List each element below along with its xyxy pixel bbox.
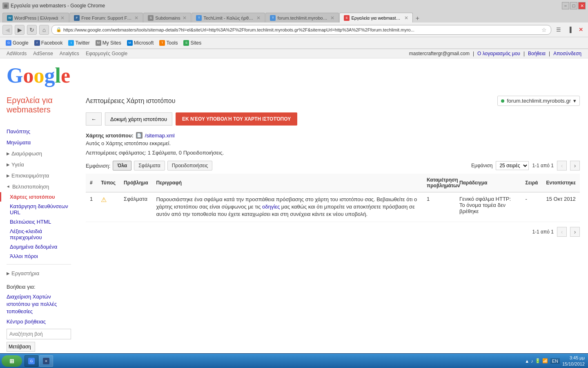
bookmark-google[interactable]: G Google bbox=[3, 39, 31, 47]
back-button[interactable]: ◀ bbox=[2, 25, 12, 35]
tab-label-forum2: forum.techlimit.myrobots... bbox=[277, 16, 328, 20]
menu-button[interactable]: ☰ bbox=[554, 25, 564, 35]
sidebar-section-episkepsimotita[interactable]: ▶ Επισκεψιμότητα bbox=[0, 170, 78, 181]
sidebar-sub-katagrisi[interactable]: Κατάργηση διευθύνσεων URL bbox=[0, 202, 78, 217]
logo-o1: o bbox=[23, 63, 33, 88]
tab-close-forum2[interactable]: ✕ bbox=[330, 15, 334, 21]
maximize-button[interactable]: □ bbox=[570, 2, 577, 9]
filter-errors-button[interactable]: Σφάλματα bbox=[134, 161, 165, 171]
arrow-icon-ygeia: ▶ bbox=[7, 162, 10, 167]
my-account-link[interactable]: Ο λογαριασμός μου bbox=[477, 51, 520, 56]
sidebar-item-minimata[interactable]: Μηνύματα bbox=[0, 137, 78, 148]
pagination-bottom: 1-1 από 1 ‹ › bbox=[86, 227, 580, 237]
taskbar-item-hex[interactable]: ≡ bbox=[39, 355, 53, 367]
filter-right: Εμφάνιση 25 σειρές 10 σειρές 50 σειρές 1… bbox=[471, 161, 580, 171]
topbar-adwords[interactable]: AdWords bbox=[7, 51, 27, 56]
help-link-2[interactable]: Κέντρο βοήθειας bbox=[7, 318, 71, 325]
sidebar-sub-xartes[interactable]: Χάρτες ιστοτόπου bbox=[0, 192, 78, 202]
filter-warnings-button[interactable]: Προειδοποιήσεις bbox=[167, 161, 213, 171]
cell-num: 1 bbox=[86, 192, 97, 222]
site-selector-label: forum.techlimit.myrobots.gr bbox=[507, 98, 571, 104]
sidebar-sub-veltiosis[interactable]: Βελτιώσεις HTML bbox=[0, 217, 78, 227]
clock: 3:45 μμ 15/10/2012 bbox=[562, 355, 585, 367]
guidelines-link[interactable]: οδηγίες bbox=[262, 204, 280, 210]
tab-close-wordpress[interactable]: ✕ bbox=[60, 15, 65, 21]
taskbar-items: G ≡ bbox=[23, 355, 524, 367]
sidebar-sub-dommena[interactable]: Δομημένα δεδομένα bbox=[0, 242, 78, 251]
sidebar-sub-lexeis[interactable]: Λέξεις-κλειδιά περιεχομένου bbox=[0, 227, 78, 242]
sidebar-sub-alloi[interactable]: Άλλοι πόροι bbox=[0, 251, 78, 261]
action-buttons: ← Δοκιμή χάρτη ιστοτόπου ΕΚ ΝΈΟΥ ΥΠΟΒΟΛΉ… bbox=[86, 112, 580, 126]
sidebar-label-ergastiria: Εργαστήρια bbox=[11, 270, 39, 276]
tab-webmasters[interactable]: E Εργαλεία για webmasters ✕ bbox=[339, 13, 413, 22]
tab-techlimit[interactable]: T TechLimit - Καλώς ήρθατε ✕ bbox=[192, 13, 265, 22]
sidebar-item-panoptis[interactable]: Πανόπτης bbox=[0, 126, 78, 137]
home-button[interactable]: ⌂ bbox=[39, 25, 49, 35]
tab-close-forum[interactable]: ✕ bbox=[134, 15, 138, 21]
ssl-icon: 🔒 bbox=[56, 27, 62, 32]
new-tab-button[interactable]: + bbox=[413, 14, 421, 22]
back-button[interactable]: ← bbox=[86, 112, 102, 126]
sidebar-label-episkepsimotita: Επισκεψιμότητα bbox=[11, 173, 49, 179]
tab-forum2[interactable]: T forum.techlimit.myrobots... ✕ bbox=[265, 13, 339, 22]
forward-button[interactable]: ▶ bbox=[15, 25, 24, 35]
tab-favicon-tech: T bbox=[196, 15, 202, 21]
sitemap-url-row: Χάρτης ιστοτόπου: 📄 /sitemap.xml bbox=[86, 132, 580, 139]
pagination-info-bottom: 1-1 από 1 bbox=[532, 229, 554, 235]
windows-icon: ⊞ bbox=[9, 358, 14, 364]
taskbar-item-chrome[interactable]: G bbox=[24, 355, 38, 367]
signout-link[interactable]: Αποσύνδεση bbox=[553, 51, 581, 56]
bookmark-favicon-tools: T bbox=[159, 40, 165, 46]
topbar-adsense[interactable]: AdSense bbox=[33, 51, 53, 56]
per-page-select[interactable]: 25 σειρές 10 σειρές 50 σειρές bbox=[496, 161, 529, 170]
tab-close-techlimit[interactable]: ✕ bbox=[256, 15, 261, 21]
prev-page-button-bottom[interactable]: ‹ bbox=[557, 227, 567, 237]
bookmark-facebook[interactable]: f Facebook bbox=[32, 39, 65, 47]
sidebar-section-veltistopilisi[interactable]: ▼ Βελτιστοποίηση bbox=[0, 181, 78, 192]
tab-close-subdomains[interactable]: ✕ bbox=[183, 15, 187, 21]
resubmit-sitemap-button[interactable]: ΕΚ ΝΈΟΥ ΥΠΟΒΟΛΉ ΤΟΥ ΧΆΡΤΗ ΙΣΤΟΤΌΠΟΥ bbox=[176, 112, 297, 126]
address-bar[interactable]: 🔒 https://www.google.com/webmasters/tool… bbox=[51, 25, 551, 35]
start-button[interactable]: ⊞ bbox=[2, 355, 22, 367]
extension-button[interactable]: ✕ bbox=[576, 25, 586, 35]
search-button[interactable]: Μετάβαση bbox=[7, 342, 35, 352]
language-indicator[interactable]: EN bbox=[550, 358, 560, 364]
bookmark-sites[interactable]: S Sites bbox=[181, 39, 204, 47]
sidebar-search: Μετάβαση bbox=[7, 329, 71, 352]
tab-forum[interactable]: F Free Forum: Support Foru... ✕ bbox=[69, 13, 143, 22]
bookmark-star-icon[interactable]: ☆ bbox=[541, 27, 547, 33]
sidebar-section-ergastiria[interactable]: ▶ Εργαστήρια bbox=[0, 268, 78, 279]
sidebar-divider bbox=[7, 264, 71, 265]
sitemap-url-link[interactable]: /sitemap.xml bbox=[145, 132, 175, 139]
tab-close-webmasters[interactable]: ✕ bbox=[404, 15, 408, 21]
next-page-button-bottom[interactable]: › bbox=[570, 227, 580, 237]
tab-wordpress[interactable]: W WordPress | Ελληνικά ✕ bbox=[2, 13, 69, 22]
reload-button[interactable]: ↻ bbox=[27, 25, 37, 35]
logo-g: G bbox=[7, 63, 23, 88]
site-selector[interactable]: forum.techlimit.myrobots.gr ▾ bbox=[497, 96, 580, 106]
bookmark-tools[interactable]: T Tools bbox=[157, 39, 180, 47]
sidebar-section-diamorphosi[interactable]: ▶ Διαμόρφωση bbox=[0, 148, 78, 159]
search-input[interactable] bbox=[7, 329, 71, 339]
close-button[interactable]: ✕ bbox=[578, 2, 586, 9]
tabs-bar: W WordPress | Ελληνικά ✕ F Free Forum: S… bbox=[0, 11, 588, 22]
google-top-nav: AdWords AdSense Analytics Εφαρμογές Goog… bbox=[7, 51, 127, 56]
help-link-1[interactable]: Διαχείριση Χαρτών ιστοτόπου για πολλές τ… bbox=[7, 293, 71, 316]
prev-page-button-top[interactable]: ‹ bbox=[557, 161, 567, 171]
clock-time: 3:45 μμ bbox=[562, 355, 585, 361]
window-controls: − □ ✕ bbox=[562, 2, 586, 9]
tab-label-subdomains: Subdomains bbox=[155, 16, 180, 20]
sidebar-section-ygeia[interactable]: ▶ Υγεία bbox=[0, 159, 78, 170]
minimize-button[interactable]: − bbox=[562, 2, 569, 9]
bookmark-twitter[interactable]: t Twitter bbox=[66, 39, 92, 47]
filter-all-button[interactable]: Όλα bbox=[113, 161, 131, 171]
bookmark-microsoft[interactable]: M Microsoft bbox=[125, 39, 156, 47]
next-page-button-top[interactable]: › bbox=[570, 161, 580, 171]
topbar-apps[interactable]: Εφαρμογές Google bbox=[86, 51, 127, 56]
main-content: Λεπτομέρειες Χάρτη ιστοτόπου forum.techl… bbox=[78, 91, 588, 364]
topbar-analytics[interactable]: Analytics bbox=[60, 51, 79, 56]
tab-subdomains[interactable]: S Subdomains ✕ bbox=[143, 13, 191, 22]
bookmark-mysites[interactable]: M My Sites bbox=[93, 39, 124, 47]
help-link[interactable]: Βοήθεια bbox=[528, 51, 546, 56]
test-sitemap-button[interactable]: Δοκιμή χάρτη ιστοτόπου bbox=[105, 112, 172, 126]
